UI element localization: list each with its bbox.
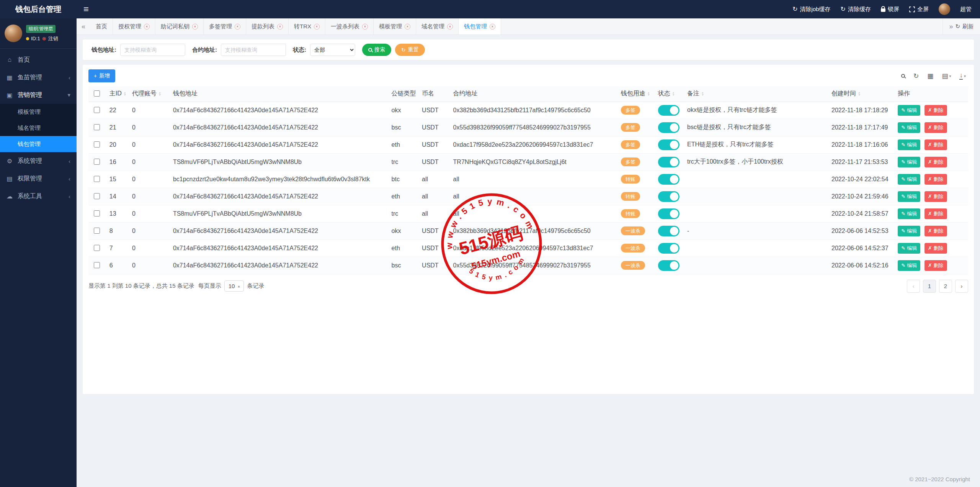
- tab-home[interactable]: 首页: [90, 18, 113, 34]
- sidebar-item-system-tools[interactable]: ☁ 系统工具 ‹: [0, 187, 77, 205]
- edit-button[interactable]: ✎编辑: [898, 191, 920, 202]
- column-header-contract[interactable]: 合约地址: [449, 86, 617, 102]
- clear-cache-button[interactable]: ↻ 清除缓存: [841, 6, 871, 13]
- delete-button[interactable]: ✗删除: [924, 226, 947, 236]
- close-tab-icon[interactable]: ×: [314, 24, 320, 30]
- tabs-scroll-left-icon[interactable]: «: [77, 18, 90, 34]
- tab-wallet-management[interactable]: 钱包管理 ×: [459, 18, 501, 34]
- edit-button[interactable]: ✎编辑: [898, 122, 920, 133]
- row-checkbox[interactable]: [94, 159, 100, 165]
- reset-button[interactable]: ↻ 重置: [395, 44, 425, 56]
- delete-button[interactable]: ✗删除: [924, 191, 947, 202]
- sidebar-avatar[interactable]: [5, 25, 22, 42]
- refresh-tabs-button[interactable]: » ↻ 刷新: [942, 18, 980, 34]
- lock-screen-button[interactable]: 锁屏: [881, 6, 899, 13]
- username[interactable]: 超管: [960, 6, 972, 13]
- sort-icon[interactable]: ▴▾: [159, 92, 160, 96]
- row-checkbox[interactable]: [94, 107, 100, 113]
- delete-button[interactable]: ✗删除: [924, 243, 947, 254]
- sidebar-item-template-management[interactable]: 模板管理: [0, 104, 77, 120]
- sort-icon[interactable]: ▴▾: [702, 92, 703, 96]
- column-header-remark[interactable]: 备注▴▾: [683, 86, 828, 102]
- delete-button[interactable]: ✗删除: [924, 105, 947, 116]
- tab-wave-kill-list[interactable]: 一波杀列表 ×: [325, 18, 374, 34]
- tab-multisig[interactable]: 多签管理 ×: [204, 18, 246, 34]
- toolbar-refresh-icon[interactable]: ↻: [913, 72, 919, 80]
- column-header-chain[interactable]: 公链类型: [388, 86, 418, 102]
- edit-button[interactable]: ✎编辑: [898, 174, 920, 185]
- delete-button[interactable]: ✗删除: [924, 122, 947, 133]
- contract-address-input[interactable]: [221, 44, 286, 56]
- toolbar-columns-icon[interactable]: ▤▾: [942, 72, 951, 80]
- sort-icon[interactable]: ▴▾: [648, 92, 649, 96]
- sidebar-item-fry-management[interactable]: ▦ 鱼苗管理 ‹: [0, 69, 77, 86]
- close-tab-icon[interactable]: ×: [447, 24, 453, 30]
- tab-template-management[interactable]: 模板管理 ×: [374, 18, 416, 34]
- page-size-select[interactable]: 10 ▴: [224, 280, 244, 292]
- status-toggle[interactable]: [658, 174, 679, 185]
- row-checkbox[interactable]: [94, 262, 100, 268]
- tab-domain-management[interactable]: 域名管理 ×: [416, 18, 459, 34]
- row-checkbox[interactable]: [94, 141, 100, 148]
- sidebar-item-wallet-management[interactable]: 钱包管理: [0, 136, 77, 152]
- row-checkbox[interactable]: [94, 228, 100, 234]
- add-button[interactable]: + 新增: [88, 69, 115, 82]
- column-header-agent[interactable]: 代理账号▴▾: [128, 86, 169, 102]
- close-tab-icon[interactable]: ×: [192, 24, 198, 30]
- status-toggle[interactable]: [658, 105, 679, 116]
- delete-button[interactable]: ✗删除: [924, 260, 947, 271]
- tabs-scroll-right-icon[interactable]: »: [949, 23, 953, 31]
- fullscreen-button[interactable]: 全屏: [909, 6, 929, 13]
- status-toggle[interactable]: [658, 226, 679, 236]
- sort-icon[interactable]: ▴▾: [673, 92, 674, 96]
- row-checkbox[interactable]: [94, 176, 100, 182]
- sidebar-item-domain-management[interactable]: 域名管理: [0, 120, 77, 136]
- close-tab-icon[interactable]: ×: [490, 24, 495, 30]
- row-checkbox[interactable]: [94, 210, 100, 216]
- column-header-id[interactable]: 主ID▴▾: [106, 86, 128, 102]
- close-tab-icon[interactable]: ×: [144, 24, 150, 30]
- edit-button[interactable]: ✎编辑: [898, 260, 920, 271]
- column-header-status[interactable]: 状态▴▾: [654, 86, 683, 102]
- clear-job-cache-button[interactable]: ↻ 清除job缓存: [792, 6, 830, 13]
- edit-button[interactable]: ✎编辑: [898, 105, 920, 116]
- column-header-usage[interactable]: 钱包用途▴▾: [617, 86, 654, 102]
- user-avatar[interactable]: [939, 3, 950, 15]
- search-button[interactable]: 搜索: [362, 44, 391, 56]
- status-toggle[interactable]: [658, 157, 679, 167]
- sort-icon[interactable]: ▴▾: [124, 92, 126, 96]
- page-1-button[interactable]: 1: [923, 280, 936, 293]
- select-all-checkbox[interactable]: [94, 90, 100, 97]
- edit-button[interactable]: ✎编辑: [898, 226, 920, 236]
- prev-page-button[interactable]: ‹: [907, 280, 920, 293]
- status-toggle[interactable]: [658, 243, 679, 254]
- logout-link[interactable]: 注销: [48, 35, 58, 42]
- edit-button[interactable]: ✎编辑: [898, 139, 920, 150]
- delete-button[interactable]: ✗删除: [924, 208, 947, 219]
- sidebar-item-permission-management[interactable]: ▤ 权限管理 ‹: [0, 170, 77, 187]
- tab-withdrawal-list[interactable]: 提款列表 ×: [246, 18, 289, 34]
- sidebar-item-home[interactable]: ⌂ 首页: [0, 51, 77, 69]
- delete-button[interactable]: ✗删除: [924, 139, 947, 150]
- close-tab-icon[interactable]: ×: [235, 24, 240, 30]
- toolbar-table-view-icon[interactable]: ▦: [927, 72, 933, 80]
- sort-icon[interactable]: ▴▾: [858, 92, 860, 96]
- edit-button[interactable]: ✎编辑: [898, 243, 920, 254]
- tab-trx-transfer[interactable]: 转TRX ×: [289, 18, 325, 34]
- close-tab-icon[interactable]: ×: [405, 24, 410, 30]
- hamburger-menu-icon[interactable]: ≡: [77, 4, 96, 15]
- tab-mnemonic-keys[interactable]: 助记词私钥 ×: [155, 18, 204, 34]
- next-page-button[interactable]: ›: [955, 280, 968, 293]
- edit-button[interactable]: ✎编辑: [898, 208, 920, 219]
- sidebar-item-system-management[interactable]: ⚙ 系统管理 ‹: [0, 152, 77, 170]
- column-header-created[interactable]: 创建时间▴▾: [828, 86, 894, 102]
- wallet-address-input[interactable]: [120, 44, 185, 56]
- row-checkbox[interactable]: [94, 124, 100, 130]
- page-2-button[interactable]: 2: [939, 280, 952, 293]
- close-tab-icon[interactable]: ×: [362, 24, 368, 30]
- delete-button[interactable]: ✗删除: [924, 157, 947, 167]
- status-toggle[interactable]: [658, 191, 679, 202]
- row-checkbox[interactable]: [94, 193, 100, 199]
- status-toggle[interactable]: [658, 122, 679, 133]
- status-toggle[interactable]: [658, 208, 679, 219]
